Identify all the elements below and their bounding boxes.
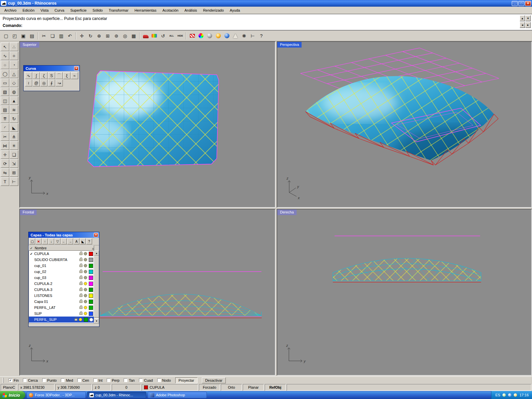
- viewport-canvas-derecha[interactable]: z y: [277, 209, 531, 375]
- menu-herramientas[interactable]: Herramientas: [131, 7, 159, 13]
- menu-renderizado[interactable]: Renderizado: [200, 7, 227, 13]
- lock-icon[interactable]: [79, 277, 82, 279]
- close-button[interactable]: ✕: [525, 1, 531, 6]
- cplane-field[interactable]: PlanoC: [1, 384, 17, 391]
- viewport-label-perspectiva[interactable]: Perspectiva: [277, 42, 302, 48]
- orto-toggle[interactable]: Orto: [221, 384, 242, 391]
- curva-tool-icon[interactable]: ∮: [48, 79, 55, 86]
- desactivar-button[interactable]: Desactivar: [202, 377, 226, 383]
- rectangle-icon[interactable]: ▭: [1, 78, 9, 87]
- layers-dialog-close-icon[interactable]: ✕: [94, 233, 98, 237]
- tray-icon-3[interactable]: [514, 393, 517, 397]
- fillet-icon[interactable]: ◜: [1, 123, 9, 132]
- ellipse-icon[interactable]: ◯: [1, 69, 9, 78]
- taskbar-item-forum[interactable]: Foros 3DPoder.. - 3DP...: [27, 392, 86, 398]
- menu-vista[interactable]: Vista: [38, 7, 52, 13]
- new-file-icon[interactable]: ▢: [2, 32, 10, 40]
- planar-toggle[interactable]: Planar: [243, 384, 264, 391]
- viewport-label-frontal[interactable]: Frontal: [20, 209, 37, 215]
- tray-icon-2[interactable]: [508, 393, 511, 397]
- split-icon[interactable]: ⋔: [10, 132, 18, 141]
- circle-icon[interactable]: ○: [1, 61, 9, 69]
- measure-icon[interactable]: ⊢: [249, 32, 257, 40]
- print-icon[interactable]: ▤: [28, 32, 36, 40]
- grid-snap-icon[interactable]: ▦: [130, 32, 138, 40]
- curve-cp-icon[interactable]: ✧: [10, 52, 18, 60]
- name-column-header[interactable]: Nombre: [35, 246, 92, 250]
- help-icon[interactable]: ?: [257, 32, 265, 40]
- current-layer-field[interactable]: CUPULA: [142, 384, 198, 391]
- osnap-fin[interactable]: ✓ Fin: [9, 378, 19, 382]
- sort-layers-icon[interactable]: A: [73, 238, 79, 244]
- layer-name[interactable]: CUPULA: [34, 252, 79, 256]
- mirror-icon[interactable]: ⇋: [1, 168, 9, 177]
- bulb-icon[interactable]: [84, 264, 87, 267]
- layer-row-selected[interactable]: PERFIL_SUP: [29, 317, 94, 323]
- curva-tool-icon[interactable]: ξ: [63, 72, 70, 79]
- osnap-punto[interactable]: Punto: [42, 378, 57, 382]
- viewport-derecha[interactable]: Derecha: [277, 209, 532, 376]
- render-preview-icon[interactable]: [150, 32, 158, 40]
- lock-icon[interactable]: [79, 295, 82, 297]
- layer-color-swatch[interactable]: [84, 318, 88, 322]
- layer-name[interactable]: cup_01: [34, 264, 79, 268]
- viewport-perspectiva[interactable]: Perspectiva: [277, 41, 532, 208]
- layer-row[interactable]: CUPULA-3: [29, 287, 94, 293]
- color-wheel-icon[interactable]: [197, 32, 205, 40]
- layer-row[interactable]: SUP: [29, 311, 94, 317]
- open-file-icon[interactable]: ◰: [11, 32, 19, 40]
- save-file-icon[interactable]: ▣: [19, 32, 27, 40]
- osnap-perp[interactable]: Perp: [107, 378, 119, 382]
- osnap-grip[interactable]: [3, 378, 4, 383]
- trim-icon[interactable]: ✂: [1, 132, 9, 141]
- maximize-button[interactable]: □: [518, 1, 524, 6]
- viewport-canvas-perspectiva[interactable]: z y x: [277, 42, 531, 207]
- hide-objects-icon[interactable]: HIDE: [176, 32, 184, 40]
- command-prev-icon[interactable]: ◄: [520, 22, 525, 28]
- refobj-toggle[interactable]: RefObj: [265, 384, 286, 391]
- lock-icon[interactable]: [79, 271, 82, 273]
- curva-tool-icon[interactable]: ⌒: [56, 72, 63, 79]
- layer-name[interactable]: CUPULA-2: [34, 282, 79, 286]
- layer-name[interactable]: cup_02: [34, 270, 79, 274]
- command-scroll-down-icon[interactable]: ▼: [525, 15, 531, 21]
- layer-color-swatch[interactable]: [89, 270, 93, 274]
- zoom-dynamic-icon[interactable]: ⊕: [95, 32, 103, 40]
- layer-color-swatch[interactable]: [89, 282, 93, 286]
- explode-icon[interactable]: ✳: [10, 141, 18, 150]
- layer-color-swatch[interactable]: [89, 276, 93, 280]
- scrollbar-thumb[interactable]: [94, 256, 99, 318]
- curva-tool-icon[interactable]: ʃ: [33, 72, 40, 79]
- lock-icon[interactable]: [79, 313, 82, 315]
- curva-tool-icon[interactable]: ≈: [71, 72, 78, 79]
- array-icon[interactable]: ⊞: [10, 168, 18, 177]
- layer-name[interactable]: SOLIDO CUBIERTA: [34, 258, 79, 262]
- new-layer-icon[interactable]: ▢: [29, 238, 35, 244]
- start-button[interactable]: Inicio: [0, 391, 25, 399]
- layer-row[interactable]: SOLIDO CUBIERTA: [29, 257, 94, 263]
- osnap-med[interactable]: Med: [61, 378, 73, 382]
- minimize-button[interactable]: _: [512, 1, 518, 6]
- osnap-tan[interactable]: Tan: [124, 378, 135, 382]
- filter-layers-icon[interactable]: ▽: [55, 238, 61, 244]
- curva-panel-close-icon[interactable]: ✕: [74, 66, 78, 70]
- scroll-down-icon[interactable]: ▼: [94, 319, 99, 324]
- lock-icon[interactable]: [79, 289, 82, 291]
- menu-ayuda[interactable]: Ayuda: [227, 7, 243, 13]
- layer-color-swatch[interactable]: [89, 300, 93, 304]
- rotate-icon[interactable]: ⟳: [1, 159, 9, 168]
- layer-row[interactable]: LISTONES: [29, 293, 94, 299]
- scroll-up-icon[interactable]: ▲: [94, 251, 99, 256]
- select-all-icon[interactable]: ALL: [168, 32, 176, 40]
- osnap-nodo[interactable]: Nodo: [157, 378, 171, 382]
- polyline-icon[interactable]: △: [10, 69, 18, 78]
- command-prompt[interactable]: Comando:: [3, 22, 529, 29]
- dimension-icon[interactable]: ⊢: [10, 177, 18, 186]
- layer-color-swatch[interactable]: [89, 264, 93, 268]
- layer-name[interactable]: CUPULA-3: [34, 288, 79, 292]
- menu-solido[interactable]: Sólido: [89, 7, 106, 13]
- copy-tool-icon[interactable]: ❏: [10, 150, 18, 159]
- layer-color-swatch[interactable]: [89, 288, 93, 292]
- language-indicator[interactable]: ES: [495, 393, 500, 397]
- options-gear-icon[interactable]: ❋: [240, 32, 248, 40]
